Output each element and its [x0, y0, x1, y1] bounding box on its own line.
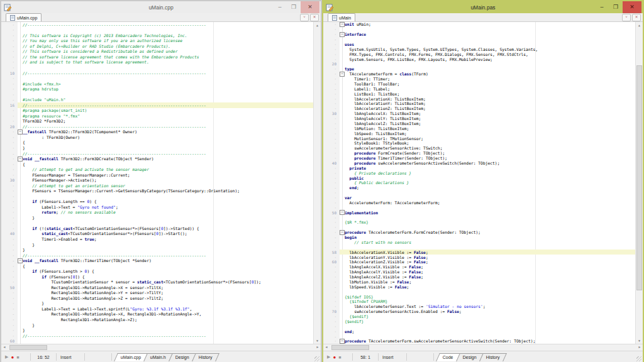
fold-collapse-icon[interactable]: − — [340, 210, 345, 215]
gutter-line-number[interactable]: · — [323, 101, 340, 106]
gutter-line-number[interactable]: · — [323, 265, 340, 269]
gutter-line-number[interactable]: · — [1, 194, 18, 199]
gutter-line-number[interactable]: · — [323, 67, 340, 71]
scroll-up-arrow[interactable]: ▲ — [636, 22, 643, 28]
code-line[interactable]: · } — [1, 215, 321, 221]
document-tab[interactable]: uMain — [328, 13, 355, 21]
code-line[interactable]: · lbAngleAccelY: TListBoxItem; — [323, 116, 643, 121]
vertical-scroll-thumb[interactable] — [636, 65, 642, 290]
code-line[interactable]: ·{$R *.fmx} — [323, 220, 643, 225]
gutter-line-number[interactable]: · — [323, 57, 340, 62]
code-line[interactable]: ·{ — [1, 263, 321, 269]
code-line[interactable]: ·#include <fmx.h> — [1, 81, 321, 87]
gutter-line-number[interactable]: · — [1, 82, 18, 86]
code-line[interactable]: · — [1, 65, 321, 70]
gutter-line-number[interactable]: · — [1, 92, 18, 97]
gutter-line-number[interactable]: · — [1, 243, 18, 247]
gutter-line-number[interactable]: · — [1, 156, 18, 161]
gutter-line-number[interactable]: · — [1, 189, 18, 193]
code-line[interactable]: ·var — [323, 195, 643, 200]
code-line[interactable]: · Timer1->Enabled = true; — [1, 236, 321, 242]
code-line[interactable]: · lbAccelerationX: TListBoxItem; — [323, 96, 643, 101]
gutter-line-number[interactable]: · — [1, 253, 18, 258]
code-line[interactable]: 20//------------------------------------… — [1, 124, 321, 129]
gutter-line-number[interactable]: · — [1, 280, 18, 284]
gutter-line-number[interactable]: - — [323, 37, 340, 41]
gutter-line-number[interactable]: · — [323, 72, 340, 76]
bottom-tab-code[interactable]: Code — [436, 353, 460, 361]
gutter-line-number[interactable]: · — [323, 206, 340, 210]
code-line[interactable]: · // attempt to get an orientation senso… — [1, 183, 321, 189]
gutter-line-number[interactable]: · — [1, 114, 18, 118]
code-line[interactable]: - Rectangle3D1->RotationAngle->X, Rectan… — [1, 312, 321, 317]
code-line[interactable]: ·{$ifdef IOS} — [323, 294, 643, 299]
gutter-line-number[interactable]: - — [323, 136, 340, 141]
code-line[interactable]: ·//-------------------------------------… — [1, 22, 321, 28]
code-line[interactable]: · ToolBar1: TToolBar; — [323, 82, 643, 87]
code-line[interactable]: ·#pragma package(smart_init) — [1, 108, 321, 114]
code-line[interactable]: ·−procedure TAccelerometerForm.FormCreat… — [323, 230, 643, 235]
code-line[interactable]: · — [323, 324, 643, 329]
gutter-line-number[interactable]: · — [323, 216, 340, 220]
code-line[interactable]: 60 — [1, 338, 321, 344]
gutter-line-number[interactable]: · — [323, 270, 340, 274]
resize-grip[interactable] — [636, 356, 641, 361]
gutter-line-number[interactable]: · — [323, 190, 340, 195]
code-line[interactable]: ·{ — [1, 162, 321, 167]
fold-collapse-icon[interactable]: − — [340, 230, 345, 235]
scroll-down-arrow[interactable]: ▼ — [636, 337, 643, 344]
code-line[interactable]: · lbAngleAccelZ.Visible := False; — [323, 275, 643, 280]
code-line[interactable]: 50−implementation — [323, 210, 643, 215]
gutter-line-number[interactable]: · — [1, 87, 18, 91]
code-line[interactable]: 60 lbAccelerationZ.Visible := False; — [323, 260, 643, 265]
code-line[interactable]: · — [1, 28, 321, 33]
code-line[interactable]: · if (FSensors.Length == 0) { — [1, 199, 321, 205]
code-line[interactable]: · // attempt to get and activate the sen… — [1, 167, 321, 172]
gutter-line-number[interactable]: · — [1, 275, 18, 279]
gutter-line-number[interactable]: · — [323, 339, 340, 343]
scroll-up-arrow[interactable]: ▲ — [314, 22, 321, 28]
gutter-line-number[interactable]: · — [323, 97, 340, 101]
code-line[interactable]: 20 — [323, 62, 643, 67]
gutter-line-number[interactable]: 16 — [1, 103, 18, 107]
code-line[interactable]: · lbAngleAccelY.Visible := False; — [323, 270, 643, 275]
gutter-line-number[interactable]: · — [323, 52, 340, 57]
code-line[interactable]: ·} — [1, 247, 321, 253]
gutter-line-number[interactable]: · — [1, 65, 18, 70]
code-line[interactable]: · lbSpeed: TListBoxItem; — [323, 131, 643, 136]
code-line[interactable]: ·// You may only use this software if yo… — [1, 38, 321, 44]
minimize-button[interactable]: – — [595, 1, 609, 13]
horizontal-scroll-thumb[interactable] — [9, 345, 47, 350]
code-line[interactable]: ·−procedure TAccelerometerForm.swAcceler… — [323, 339, 643, 344]
gutter-line-number[interactable]: · — [1, 216, 18, 220]
code-line[interactable]: · AccelerometerForm: TAccelerometerForm; — [323, 200, 643, 206]
gutter-line-number[interactable]: · — [323, 146, 340, 150]
code-line[interactable]: - Label1->Text = "Gyro not found"; — [1, 204, 321, 210]
gutter-line-number[interactable]: · — [1, 328, 18, 332]
gutter-line-number[interactable]: · — [323, 245, 340, 250]
code-line[interactable]: ·end; — [323, 329, 643, 334]
code-line[interactable]: · TCustomOrientationSensor * sensor = st… — [1, 280, 321, 285]
scroll-left-arrow[interactable]: ◄ — [323, 344, 330, 351]
code-line[interactable]: ·−void __fastcall TForm3D2::Form3DCreate… — [1, 156, 321, 162]
gutter-line-number[interactable]: · — [323, 126, 340, 131]
fold-collapse-icon[interactable]: − — [18, 129, 23, 134]
code-line[interactable]: · StyleBook1: TStyleBook; — [323, 141, 643, 146]
code-line[interactable]: · {$ifndef CPUARM} — [323, 299, 643, 304]
code-line[interactable]: · lbAccelerationY: TListBoxItem; — [323, 101, 643, 106]
gutter-line-number[interactable]: 30 — [1, 178, 18, 182]
gutter-line-number[interactable]: 40 — [1, 231, 18, 236]
gutter-line-number[interactable]: · — [323, 82, 340, 86]
code-line[interactable]: · lbAccelerationY.Visible := False; — [323, 255, 643, 260]
gutter-line-number[interactable]: · — [323, 220, 340, 224]
gutter-line-number[interactable]: · — [323, 295, 340, 299]
gutter-line-number[interactable]: · — [323, 47, 340, 52]
gutter-line-number[interactable]: · — [1, 307, 18, 311]
gutter-line-number[interactable]: · — [1, 317, 18, 322]
gutter-line-number[interactable]: · — [1, 269, 18, 273]
code-line[interactable]: · Timer1: TTimer; — [323, 77, 643, 82]
code-line[interactable]: 10//------------------------------------… — [1, 70, 321, 76]
code-line[interactable]: · — [1, 194, 321, 199]
gutter-line-number[interactable]: · — [1, 167, 18, 172]
gutter-line-number[interactable]: · — [1, 60, 18, 64]
